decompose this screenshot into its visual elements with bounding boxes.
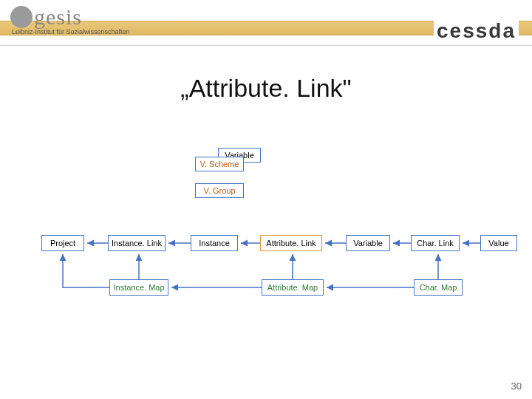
box-value: Value (480, 235, 517, 251)
gesis-logo-word: gesis (34, 4, 82, 29)
box-attribute-map: Attribute. Map (262, 279, 324, 296)
box-attribute-link: Attribute. Link (260, 235, 322, 251)
gesis-logo-subtitle: Leibniz-Institut für Sozialwissenschafte… (12, 28, 130, 35)
diagram: Variable V. Scheme V. Group Project Inst… (0, 126, 532, 332)
box-char-link: Char. Link (411, 235, 460, 251)
box-instance-link: Instance. Link (108, 235, 166, 251)
page-number: 30 (511, 381, 522, 392)
box-v-scheme: V. Scheme (195, 157, 244, 171)
gesis-logo: gesis Leibniz-Institut für Sozialwissens… (10, 4, 130, 35)
box-variable-main: Variable (346, 235, 390, 251)
header-bar: gesis Leibniz-Institut für Sozialwissens… (0, 0, 532, 46)
diagram-arrows (0, 126, 532, 332)
box-char-map: Char. Map (414, 279, 463, 296)
box-instance-map: Instance. Map (109, 279, 168, 296)
box-project: Project (41, 235, 84, 251)
cessda-logo: cessda (434, 19, 519, 43)
slide-title: „Attribute. Link" (0, 74, 532, 103)
box-v-group: V. Group (195, 183, 244, 198)
box-instance: Instance (191, 235, 238, 251)
gesis-logo-bullet (10, 6, 33, 28)
